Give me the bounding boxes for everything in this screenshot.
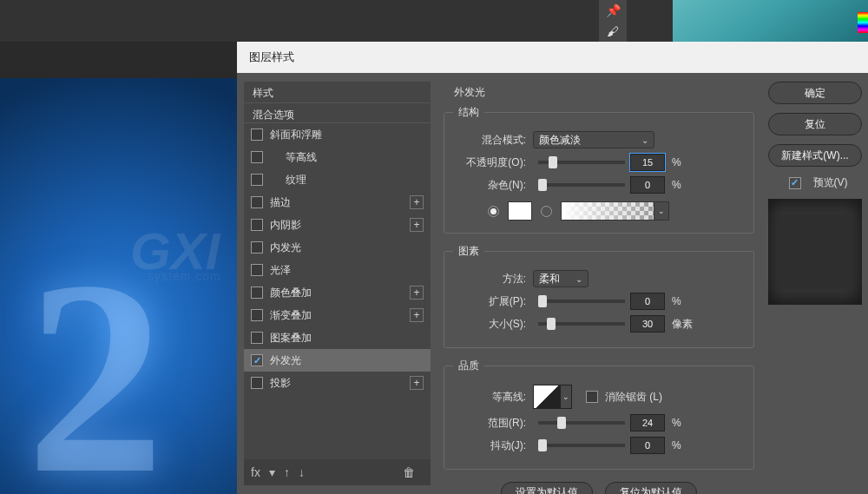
- preview-checkbox[interactable]: [789, 177, 801, 189]
- blend-options-header[interactable]: 混合选项: [244, 102, 431, 123]
- quality-group: 品质 等高线: ⌄ 消除锯齿 (L) 范围(R): %: [444, 359, 754, 470]
- styles-header[interactable]: 样式: [244, 82, 431, 102]
- size-input[interactable]: [630, 315, 665, 333]
- jitter-label: 抖动(J):: [453, 438, 533, 453]
- arrow-down-icon[interactable]: ↓: [299, 465, 305, 479]
- style-label: 颜色叠加: [270, 286, 410, 300]
- range-unit: %: [672, 417, 681, 429]
- opacity-label: 不透明度(O):: [453, 155, 533, 170]
- opacity-slider[interactable]: [538, 161, 625, 164]
- style-label: 外发光: [270, 353, 424, 368]
- style-item-5[interactable]: 内发光: [244, 236, 431, 259]
- elements-legend: 图素: [453, 244, 484, 259]
- trash-icon[interactable]: 🗑: [403, 465, 415, 479]
- spread-slider[interactable]: [538, 300, 625, 303]
- chevron-down-icon[interactable]: ▾: [269, 465, 275, 479]
- preview-label: 预览(V): [813, 175, 848, 190]
- size-label: 大小(S):: [453, 317, 533, 332]
- noise-input[interactable]: [630, 176, 665, 194]
- style-item-10[interactable]: 外发光: [244, 349, 431, 372]
- style-label: 描边: [270, 195, 410, 210]
- range-input[interactable]: [630, 414, 665, 431]
- contour-dropdown-icon[interactable]: ⌄: [560, 385, 572, 409]
- antialias-label: 消除锯齿 (L): [605, 390, 662, 405]
- style-checkbox[interactable]: [251, 377, 263, 389]
- jitter-input[interactable]: [630, 437, 665, 454]
- document-canvas: 2: [0, 78, 237, 494]
- style-item-8[interactable]: 渐变叠加+: [244, 304, 431, 326]
- set-default-button[interactable]: 设置为默认值: [501, 482, 593, 494]
- dialog-body: 样式 混合选项 斜面和浮雕等高线纹理描边+内阴影+内发光光泽颜色叠加+渐变叠加+…: [237, 73, 868, 494]
- size-unit: 像素: [672, 317, 693, 332]
- style-item-6[interactable]: 光泽: [244, 259, 431, 281]
- contour-picker[interactable]: [533, 385, 561, 409]
- color-panel-preview: [673, 0, 868, 42]
- style-label: 投影: [270, 376, 410, 391]
- style-checkbox[interactable]: [251, 219, 263, 231]
- jitter-slider[interactable]: [538, 444, 625, 447]
- noise-unit: %: [672, 179, 681, 191]
- panel-title: 外发光: [454, 85, 760, 100]
- style-item-0[interactable]: 斜面和浮雕: [244, 123, 431, 146]
- opacity-unit: %: [672, 156, 681, 168]
- style-item-7[interactable]: 颜色叠加+: [244, 281, 431, 304]
- style-checkbox[interactable]: [251, 264, 263, 276]
- style-checkbox[interactable]: [251, 354, 263, 366]
- reset-default-button[interactable]: 复位为默认值: [605, 482, 697, 494]
- style-label: 图案叠加: [270, 331, 424, 346]
- style-checkbox[interactable]: [251, 196, 263, 208]
- add-effect-icon[interactable]: +: [410, 195, 424, 209]
- jitter-unit: %: [672, 439, 681, 451]
- styles-list-panel: 样式 混合选项 斜面和浮雕等高线纹理描边+内阴影+内发光光泽颜色叠加+渐变叠加+…: [244, 82, 431, 485]
- noise-label: 杂色(N):: [453, 178, 533, 193]
- style-checkbox[interactable]: [251, 287, 263, 299]
- cancel-button[interactable]: 复位: [768, 113, 862, 135]
- outer-glow-panel: 外发光 结构 混合模式: 颜色减淡 不透明度(O): % 杂色(N):: [438, 82, 760, 485]
- add-effect-icon[interactable]: +: [410, 218, 424, 232]
- opacity-input[interactable]: [630, 154, 665, 171]
- arrow-up-icon[interactable]: ↑: [284, 465, 290, 479]
- hue-strip[interactable]: [858, 12, 868, 33]
- style-label: 纹理: [270, 173, 424, 188]
- style-label: 等高线: [270, 150, 424, 165]
- add-effect-icon[interactable]: +: [410, 308, 424, 322]
- style-checkbox[interactable]: [251, 332, 263, 344]
- style-item-11[interactable]: 投影+: [244, 372, 431, 394]
- fx-menu-icon[interactable]: fx: [251, 465, 260, 479]
- style-checkbox[interactable]: [251, 128, 263, 141]
- style-list: 斜面和浮雕等高线纹理描边+内阴影+内发光光泽颜色叠加+渐变叠加+图案叠加外发光投…: [244, 123, 431, 394]
- style-item-1[interactable]: 等高线: [244, 146, 431, 168]
- spread-unit: %: [672, 295, 681, 307]
- size-slider[interactable]: [538, 322, 625, 326]
- style-item-2[interactable]: 纹理: [244, 168, 431, 191]
- style-item-9[interactable]: 图案叠加: [244, 326, 431, 349]
- add-effect-icon[interactable]: +: [410, 376, 424, 390]
- solid-color-radio[interactable]: [488, 206, 499, 217]
- style-item-4[interactable]: 内阴影+: [244, 214, 431, 236]
- brush-icon[interactable]: 🖌: [604, 23, 621, 40]
- gradient-swatch[interactable]: [561, 201, 654, 221]
- glow-color-swatch[interactable]: [508, 201, 532, 221]
- style-checkbox[interactable]: [251, 309, 263, 321]
- gradient-radio[interactable]: [541, 206, 552, 217]
- structure-legend: 结构: [453, 105, 484, 120]
- style-checkbox[interactable]: [251, 241, 263, 254]
- style-checkbox[interactable]: [251, 151, 263, 163]
- blend-mode-label: 混合模式:: [453, 133, 533, 148]
- style-label: 内阴影: [270, 218, 410, 233]
- antialias-checkbox[interactable]: [586, 391, 598, 403]
- dialog-title: 图层样式: [237, 42, 868, 73]
- pin-icon[interactable]: 📌: [604, 2, 621, 19]
- gradient-dropdown-icon[interactable]: ⌄: [654, 201, 669, 221]
- noise-slider[interactable]: [538, 183, 625, 187]
- style-checkbox[interactable]: [251, 174, 263, 186]
- blend-mode-select[interactable]: 颜色减淡: [533, 131, 654, 148]
- technique-select[interactable]: 柔和: [533, 270, 589, 287]
- spread-input[interactable]: [630, 293, 665, 310]
- range-slider[interactable]: [538, 421, 625, 425]
- new-style-button[interactable]: 新建样式(W)...: [768, 144, 862, 167]
- style-item-3[interactable]: 描边+: [244, 191, 431, 214]
- layer-style-dialog: 图层样式 样式 混合选项 斜面和浮雕等高线纹理描边+内阴影+内发光光泽颜色叠加+…: [237, 42, 868, 494]
- add-effect-icon[interactable]: +: [410, 286, 424, 300]
- ok-button[interactable]: 确定: [768, 82, 862, 104]
